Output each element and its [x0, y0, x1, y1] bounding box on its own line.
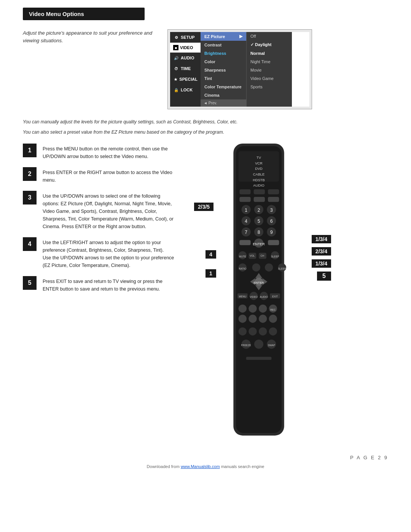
svg-text:EXIT: EXIT	[272, 295, 278, 298]
step-number-4: 4	[23, 237, 37, 251]
step-text-4: Use the LEFT/RIGHT arrows to adjust the …	[43, 237, 175, 269]
svg-text:5: 5	[258, 219, 260, 224]
svg-point-76	[249, 328, 256, 335]
menu-item-contrast: Contrast	[201, 41, 246, 49]
menu-screenshot: ⚙SETUP ■VIDEO 🔊AUDIO ⏱TIME ★SPECIAL	[167, 29, 312, 109]
menu-sidebar-time: ⏱TIME	[170, 63, 201, 74]
menu-right-normal: Normal	[247, 49, 292, 58]
menu-item-color: Color	[201, 58, 246, 66]
menu-sidebar-special: ★SPECIAL	[170, 74, 201, 85]
footer-link[interactable]: www.Manualslib.com	[181, 464, 220, 469]
step-number-1: 1	[23, 144, 37, 157]
menu-sidebar-audio: 🔊AUDIO	[170, 53, 201, 63]
callout-2-3-5: 2/3/5	[194, 203, 213, 212]
svg-point-66	[239, 305, 247, 313]
menu-right-sports: Sports	[247, 83, 292, 91]
step-row-5: 5 Press EXIT to save and return to TV vi…	[23, 276, 175, 293]
svg-text:ENTER: ENTER	[253, 242, 265, 246]
svg-rect-9	[239, 189, 250, 194]
svg-point-78	[269, 328, 277, 335]
step-text-2: Press ENTER or the RIGHT arrow button to…	[43, 167, 175, 184]
svg-text:VOL: VOL	[250, 255, 255, 257]
svg-text:DVD: DVD	[255, 167, 263, 171]
svg-text:FREEZE: FREEZE	[241, 344, 252, 347]
step-number-3: 3	[23, 191, 37, 204]
menu-right-nighttime: Night Time	[247, 58, 292, 66]
svg-text:VIDEO: VIDEO	[250, 296, 258, 299]
menu-right-column: Off Daylight Normal Night Time Movie Vid…	[246, 32, 292, 107]
svg-rect-12	[239, 197, 250, 202]
svg-text:1: 1	[245, 208, 247, 213]
svg-point-71	[239, 315, 247, 323]
page-title: Video Menu Options	[23, 8, 145, 20]
svg-point-47	[252, 264, 260, 272]
footer-download: Downloaded from www.Manualslib.com manua…	[23, 464, 388, 469]
svg-text:VCR: VCR	[255, 161, 263, 165]
page-number: P A G E 2 9	[23, 455, 388, 460]
svg-text:CH: CH	[261, 255, 264, 257]
menu-item-color-temperature: Color Temperature	[201, 83, 246, 91]
svg-point-81	[254, 340, 263, 349]
step-text-1: Press the MENU button on the remote cont…	[43, 144, 175, 160]
step-number-5: 5	[23, 276, 37, 290]
svg-text:REC: REC	[270, 308, 276, 311]
menu-item-tint: Tint	[201, 74, 246, 83]
menu-item-brightness: Brightness	[201, 49, 246, 58]
caption-1: You can manually adjust the levels for t…	[23, 118, 388, 126]
svg-text:HDSTB: HDSTB	[253, 178, 265, 182]
svg-rect-11	[268, 189, 279, 194]
callout-1-3-4-bottom: 1/3/4	[312, 259, 331, 269]
svg-text:4: 4	[245, 219, 247, 224]
svg-point-67	[249, 305, 256, 313]
svg-rect-36	[268, 240, 279, 245]
menu-sidebar-video: ■VIDEO	[170, 43, 201, 53]
svg-point-75	[239, 328, 247, 335]
intro-text: Adjust the picture's appearance to suit …	[23, 29, 152, 44]
svg-text:8: 8	[258, 230, 260, 235]
callout-1-left: 1	[206, 269, 216, 279]
callout-1-3-4-top: 1/3/4	[312, 235, 331, 244]
step-row-1: 1 Press the MENU button on the remote co…	[23, 144, 175, 160]
svg-text:MENU: MENU	[239, 295, 247, 298]
step-number-2: 2	[23, 167, 37, 181]
svg-text:ENTER: ENTER	[253, 281, 264, 284]
svg-point-73	[259, 315, 267, 323]
svg-text:TV: TV	[256, 156, 261, 160]
svg-rect-13	[254, 197, 265, 202]
svg-rect-33	[239, 240, 250, 245]
svg-text:7: 7	[245, 230, 247, 235]
step-row-3: 3 Use the UP/DOWN arrows to select one o…	[23, 191, 175, 230]
svg-point-74	[269, 315, 277, 323]
svg-text:MUTE: MUTE	[239, 255, 246, 258]
menu-right-daylight: Daylight	[247, 40, 292, 49]
svg-text:RATIO: RATIO	[239, 267, 246, 270]
svg-rect-14	[268, 197, 279, 202]
menu-item-ez-picture: EZ Picture▶	[201, 32, 246, 41]
svg-point-72	[249, 315, 256, 323]
remote-illustration: 2/3/5 4 1 1/3/4 2/3/4 1/3/4	[190, 144, 327, 439]
step-row-4: 4 Use the LEFT/RIGHT arrows to adjust th…	[23, 237, 175, 269]
step-row-2: 2 Press ENTER or the RIGHT arrow button …	[23, 167, 175, 184]
callout-5-right: 5	[317, 272, 331, 282]
menu-prev: ◄ Prev.	[201, 99, 246, 107]
svg-point-68	[259, 305, 267, 313]
menu-sidebar: ⚙SETUP ■VIDEO 🔊AUDIO ⏱TIME ★SPECIAL	[170, 32, 201, 107]
menu-item-cinema: Cinema	[201, 91, 246, 99]
step-text-5: Press EXIT to save and return to TV view…	[43, 276, 175, 293]
menu-right-videogame: Video Game	[247, 74, 292, 83]
callout-2-3-4: 2/3/4	[312, 247, 331, 257]
svg-text:9: 9	[270, 230, 273, 235]
svg-text:6: 6	[270, 219, 273, 224]
caption-2: You can also select a preset value from …	[23, 129, 388, 136]
svg-text:SLEEP: SLEEP	[278, 267, 287, 270]
svg-rect-84	[246, 357, 272, 360]
steps-list: 1 Press the MENU button on the remote co…	[23, 144, 175, 439]
menu-right-off: Off	[247, 32, 292, 40]
svg-text:SWAP: SWAP	[268, 344, 276, 347]
svg-text:AUDIO: AUDIO	[253, 184, 264, 188]
svg-rect-10	[254, 189, 265, 194]
svg-text:2: 2	[258, 208, 260, 213]
menu-sidebar-setup: ⚙SETUP	[170, 32, 201, 43]
callout-4-left: 4	[206, 250, 216, 260]
step-text-3: Use the UP/DOWN arrows to select one of …	[43, 191, 175, 230]
